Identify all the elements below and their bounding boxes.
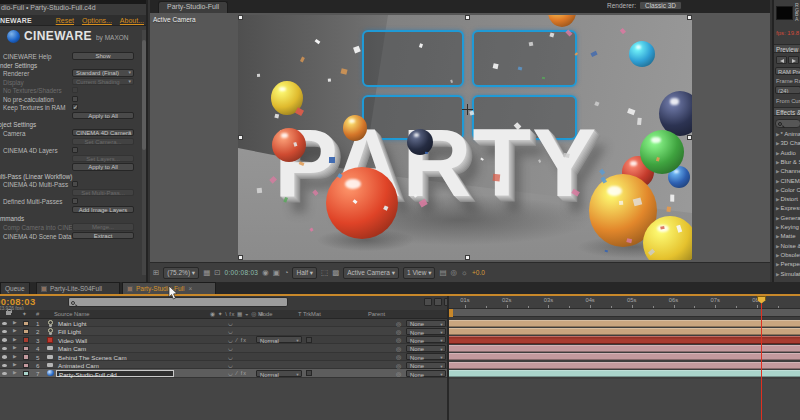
composition-image[interactable]: PARTY [238, 15, 692, 260]
expand-triangle-icon[interactable]: ▶ [776, 179, 779, 184]
layer-bar-7[interactable] [449, 370, 800, 377]
layer-row-3[interactable]: ▶3Video Wall◡ ⁄ fxNormal▼◎None▼ [0, 336, 447, 344]
layer-name[interactable]: Behind The Scenes Cam [58, 354, 127, 361]
selection-handle[interactable] [465, 15, 470, 20]
effects-category-channel[interactable]: ▶Channel [776, 168, 800, 174]
expand-triangle-icon[interactable]: ▶ [776, 253, 779, 258]
selection-handle[interactable] [238, 135, 243, 140]
timeline-tab-party-lite-s04full[interactable]: Party-Lite-S04Full [36, 282, 120, 294]
no-pre-calculation-checkbox[interactable] [72, 96, 78, 102]
apply-to-all-button[interactable]: Apply to All [72, 163, 134, 171]
reset-link[interactable]: Reset [56, 17, 74, 24]
layer-switches[interactable]: ◡ [228, 345, 234, 351]
layer-expander-icon[interactable]: ▶ [13, 345, 17, 350]
add-image-layers-button[interactable]: Add Image Layers [72, 206, 134, 214]
layer-row-7[interactable]: ▶7Party-Studio-Full.c4d◡ ⁄ fxNormal▼◎Non… [0, 369, 447, 377]
selection-handle[interactable] [238, 15, 243, 20]
effects-category-cinema-4d[interactable]: ▶CINEMA 4D [776, 178, 800, 184]
layer-visibility-eye-icon[interactable] [2, 322, 7, 326]
effects-category-keying[interactable]: ▶Keying [776, 224, 800, 230]
layer-visibility-eye-icon[interactable] [2, 372, 7, 376]
parent-dropdown[interactable]: None▼ [406, 362, 446, 369]
effects-panel-header[interactable]: Effects & Presets [774, 107, 800, 116]
mask-visibility-icon[interactable]: ⊡ [214, 268, 220, 277]
layer-switches[interactable]: ◡ ⁄ fx [228, 370, 247, 376]
layer-name[interactable]: Animated Cam [58, 362, 99, 369]
layer-switches[interactable]: ◡ ⁄ fx [228, 337, 247, 343]
camera-view-dropdown[interactable]: Active Camera ▾ [343, 267, 399, 279]
layer-expander-icon[interactable]: ▶ [13, 337, 17, 342]
effects-category-matte[interactable]: ▶Matte [776, 233, 800, 239]
layer-row-2[interactable]: ▶2Fill Light◡◎None▼ [0, 327, 447, 335]
show-button[interactable]: Show [72, 52, 134, 60]
layer-bar-6[interactable] [449, 362, 800, 369]
pixel-aspect-icon[interactable]: ▤ [439, 268, 446, 277]
effects-category-generate[interactable]: ▶Generate [776, 215, 800, 221]
parent-dropdown[interactable]: None▼ [406, 370, 446, 377]
selection-handle[interactable] [465, 255, 470, 260]
apply-to-all-button[interactable]: Apply to All [72, 112, 134, 120]
parent-pickwhip-icon[interactable]: ◎ [396, 328, 401, 335]
layer-color-chip[interactable] [23, 346, 29, 352]
trkmat-box[interactable] [306, 337, 312, 343]
parent-pickwhip-icon[interactable]: ◎ [396, 353, 401, 360]
effects-category-3d-channel[interactable]: ▶3D Channel [776, 140, 800, 146]
resolution-dropdown[interactable]: Half ▾ [292, 267, 317, 279]
layer-color-chip[interactable] [23, 321, 29, 327]
effects-category-blur-sharpen[interactable]: ▶Blur & Sharpen [776, 159, 800, 165]
snapshot-icon[interactable]: ◉ [262, 268, 269, 277]
parent-dropdown[interactable]: None▼ [406, 328, 446, 335]
parent-column-header[interactable]: Parent [368, 311, 385, 317]
renderer-button[interactable]: Classic 3D [639, 1, 682, 10]
expand-triangle-icon[interactable]: ▶ [776, 244, 779, 249]
frame-rate-dropdown[interactable]: (24) [775, 86, 800, 94]
time-ruler[interactable]: 01s02s03s04s05s06s07s08s [449, 296, 800, 309]
layer-visibility-eye-icon[interactable] [2, 330, 7, 334]
layer-expander-icon[interactable]: ▶ [13, 362, 17, 367]
selection-handle[interactable] [238, 255, 243, 260]
effects-category-audio[interactable]: ▶Audio [776, 150, 800, 156]
layer-switches[interactable]: ◡ [228, 320, 234, 326]
defined-multi-passes-checkbox[interactable] [72, 198, 78, 204]
layer-switches[interactable]: ◡ [228, 354, 234, 360]
view-layout-dropdown[interactable]: 1 View ▾ [403, 267, 435, 279]
layer-row-5[interactable]: ▶5Behind The Scenes Cam◡◎None▼ [0, 353, 447, 361]
camera-dropdown[interactable]: CINEMA 4D Camera▼ [72, 129, 134, 137]
mode-column-header[interactable]: Mode [258, 311, 273, 317]
layer-switches[interactable]: ◡ [228, 328, 234, 334]
layer-bar-5[interactable] [449, 353, 800, 360]
cinema-4d-multi-pass-checkbox[interactable] [72, 181, 78, 187]
layer-switches[interactable]: ◡ [228, 362, 234, 368]
layer-bar-1[interactable] [449, 320, 800, 327]
draft-3d-icon[interactable] [434, 298, 442, 306]
composition-mini-flowchart-icon[interactable] [424, 298, 432, 306]
layer-name[interactable]: Main Cam [58, 345, 86, 352]
previous-frame-button[interactable] [788, 56, 799, 64]
parent-dropdown[interactable]: None▼ [406, 353, 446, 360]
effects-category-simulation[interactable]: ▶Simulation [776, 271, 800, 277]
layer-name[interactable]: Fill Light [58, 328, 81, 335]
effects-category-obsolete[interactable]: ▶Obsolete [776, 252, 800, 258]
parent-dropdown[interactable]: None▼ [406, 336, 446, 343]
layer-bar-2[interactable] [449, 328, 800, 335]
extract-button[interactable]: Extract [72, 232, 134, 240]
layer-expander-icon[interactable]: ▶ [13, 370, 17, 375]
effects-category-expression-controls[interactable]: ▶Expression Controls [776, 205, 800, 211]
timeline-tab-queue[interactable]: Queue [0, 282, 30, 294]
about-link[interactable]: About... [120, 17, 144, 24]
grid-guides-icon[interactable]: ▦ [203, 268, 210, 277]
work-area-bar[interactable] [449, 309, 800, 317]
layer-row-1[interactable]: ▶1Main Light◡◎None▼ [0, 319, 447, 327]
expand-triangle-icon[interactable]: ▶ [776, 141, 779, 146]
parent-dropdown[interactable]: None▼ [406, 320, 446, 327]
renderer-dropdown[interactable]: Standard (Final)▼ [72, 69, 134, 77]
layer-visibility-eye-icon[interactable] [2, 364, 7, 368]
effects-category--animation-presets[interactable]: ▶* Animation Presets [776, 131, 800, 137]
close-tab-icon[interactable]: × [188, 285, 192, 292]
magnification-dropdown[interactable]: (75.2%) ▾ [163, 267, 199, 279]
current-time-indicator-line[interactable] [761, 296, 762, 420]
keep-textures-in-ram-checkbox[interactable]: ✓ [72, 104, 78, 110]
layer-color-chip[interactable] [23, 363, 29, 369]
mode-dropdown[interactable]: Normal▼ [256, 336, 302, 343]
parent-pickwhip-icon[interactable]: ◎ [396, 336, 401, 343]
